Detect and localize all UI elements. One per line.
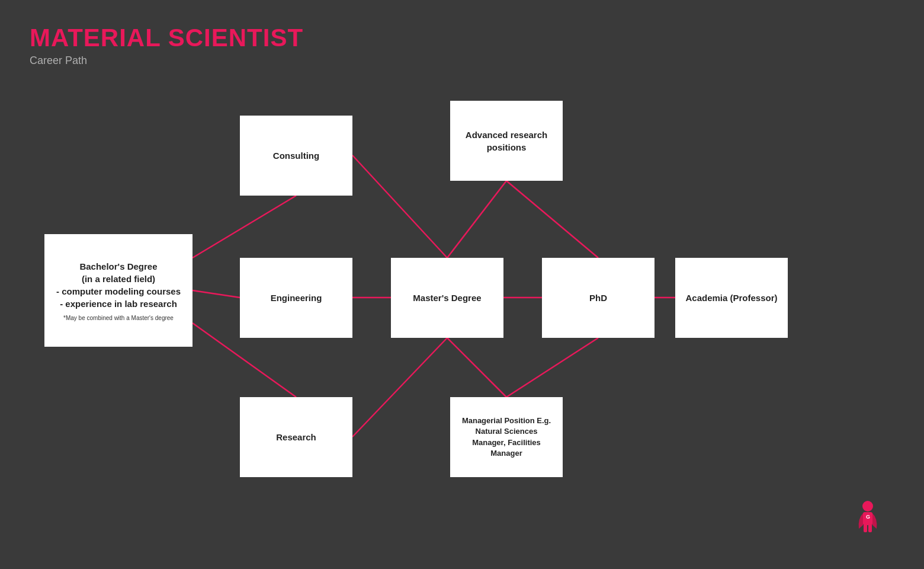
svg-line-5 xyxy=(352,338,447,437)
svg-rect-15 xyxy=(868,524,872,532)
svg-point-12 xyxy=(862,501,873,512)
managerial-label: Managerial Position E.g. Natural Science… xyxy=(459,415,554,459)
svg-line-1 xyxy=(192,196,296,258)
consulting-label: Consulting xyxy=(273,149,319,162)
svg-text:G: G xyxy=(866,514,870,520)
academia-label: Academia (Professor) xyxy=(685,292,777,304)
page-subtitle: Career Path xyxy=(30,55,303,67)
svg-line-6 xyxy=(447,181,506,258)
svg-line-3 xyxy=(352,155,447,258)
node-research: Research xyxy=(240,397,352,477)
research-label: Research xyxy=(276,431,316,443)
node-engineering: Engineering xyxy=(240,258,352,338)
bachelor-note: *May be combined with a Master's degree xyxy=(56,315,181,321)
node-phd: PhD xyxy=(542,258,654,338)
node-managerial: Managerial Position E.g. Natural Science… xyxy=(450,397,563,477)
phd-label: PhD xyxy=(589,292,607,304)
svg-line-0 xyxy=(192,290,240,298)
node-advanced: Advanced research positions xyxy=(450,101,563,181)
node-masters: Master's Degree xyxy=(391,258,503,338)
bachelor-title: Bachelor's Degree(in a related field)- c… xyxy=(56,260,181,310)
masters-label: Master's Degree xyxy=(413,292,481,304)
node-bachelor: Bachelor's Degree(in a related field)- c… xyxy=(44,234,192,347)
hero-logo: G xyxy=(847,498,888,539)
svg-line-9 xyxy=(506,181,598,258)
career-diagram: Bachelor's Degree(in a related field)- c… xyxy=(0,83,924,528)
svg-rect-14 xyxy=(864,524,867,532)
advanced-label: Advanced research positions xyxy=(459,129,554,154)
svg-line-8 xyxy=(447,338,506,397)
header: MATERIAL SCIENTIST Career Path xyxy=(30,24,303,67)
node-consulting: Consulting xyxy=(240,116,352,196)
node-academia: Academia (Professor) xyxy=(675,258,788,338)
svg-line-10 xyxy=(506,338,598,397)
engineering-label: Engineering xyxy=(271,292,322,304)
page-title: MATERIAL SCIENTIST xyxy=(30,24,303,52)
